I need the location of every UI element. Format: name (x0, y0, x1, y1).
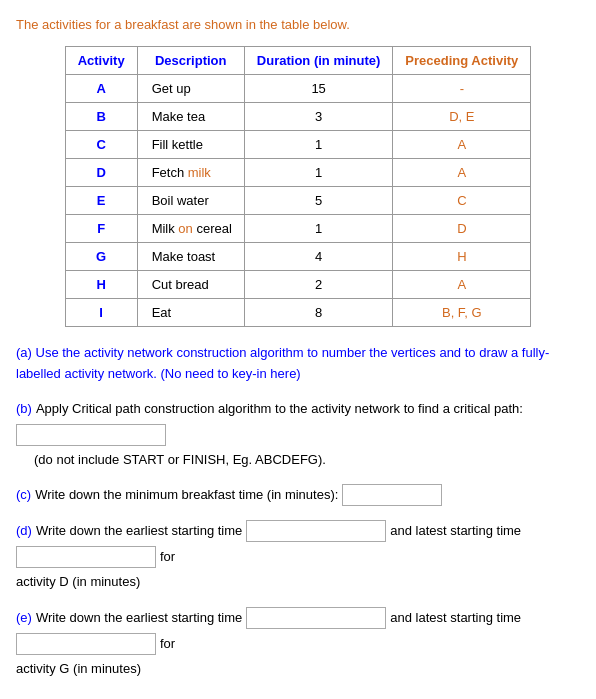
table-row: HCut bread2A (65, 271, 531, 299)
cell-preceding: D (393, 215, 531, 243)
cell-duration: 5 (244, 187, 393, 215)
cell-activity: A (65, 75, 137, 103)
activity-table: Activity Description Duration (in minute… (65, 46, 532, 327)
question-c: (c) Write down the minimum breakfast tim… (16, 484, 580, 506)
cell-activity: C (65, 131, 137, 159)
cell-description: Get up (137, 75, 244, 103)
q-b-input[interactable] (16, 424, 166, 446)
table-row: GMake toast4H (65, 243, 531, 271)
q-e-text1: Write down the earliest starting time (36, 608, 242, 629)
cell-preceding: A (393, 131, 531, 159)
question-e: (e) Write down the earliest starting tim… (16, 607, 580, 680)
cell-description: Cut bread (137, 271, 244, 299)
cell-duration: 1 (244, 131, 393, 159)
table-row: AGet up15- (65, 75, 531, 103)
cell-duration: 3 (244, 103, 393, 131)
cell-duration: 1 (244, 215, 393, 243)
q-e-earliest-input[interactable] (246, 607, 386, 629)
q-d-latest-input[interactable] (16, 546, 156, 568)
cell-activity: D (65, 159, 137, 187)
cell-duration: 2 (244, 271, 393, 299)
cell-activity: B (65, 103, 137, 131)
cell-activity: F (65, 215, 137, 243)
cell-preceding: D, E (393, 103, 531, 131)
q-b-hint: (do not include START or FINISH, Eg. ABC… (16, 450, 580, 471)
q-d-earliest-input[interactable] (246, 520, 386, 542)
cell-preceding: H (393, 243, 531, 271)
table-row: BMake tea3D, E (65, 103, 531, 131)
q-a-label: (a) (16, 345, 32, 360)
question-d: (d) Write down the earliest starting tim… (16, 520, 580, 593)
col-header-description: Description (137, 47, 244, 75)
cell-activity: H (65, 271, 137, 299)
table-row: CFill kettle1A (65, 131, 531, 159)
question-b: (b) Apply Critical path construction alg… (16, 399, 580, 471)
table-row: IEat8B, F, G (65, 299, 531, 327)
cell-preceding: A (393, 159, 531, 187)
cell-activity: E (65, 187, 137, 215)
intro-text: The activities for a breakfast are shown… (16, 16, 580, 34)
q-d-activity-label: activity D (in minutes) (16, 572, 580, 593)
cell-preceding: B, F, G (393, 299, 531, 327)
cell-description: Eat (137, 299, 244, 327)
cell-description: Make tea (137, 103, 244, 131)
q-e-label: (e) (16, 608, 32, 629)
cell-description: Milk on cereal (137, 215, 244, 243)
q-c-label: (c) (16, 485, 31, 506)
q-c-text: Write down the minimum breakfast time (i… (35, 485, 338, 506)
cell-duration: 15 (244, 75, 393, 103)
cell-preceding: A (393, 271, 531, 299)
cell-activity: I (65, 299, 137, 327)
col-header-preceding: Preceding Activity (393, 47, 531, 75)
cell-description: Make toast (137, 243, 244, 271)
question-a: (a) Use the activity network constructio… (16, 343, 580, 385)
q-e-text3: for (160, 634, 175, 655)
cell-duration: 4 (244, 243, 393, 271)
q-b-text1: Apply Critical path construction algorit… (36, 399, 523, 420)
table-row: FMilk on cereal1D (65, 215, 531, 243)
q-d-text3: for (160, 547, 175, 568)
cell-duration: 1 (244, 159, 393, 187)
q-b-label: (b) (16, 399, 32, 420)
q-d-text2: and latest starting time (390, 521, 521, 542)
col-header-activity: Activity (65, 47, 137, 75)
col-header-duration: Duration (in minute) (244, 47, 393, 75)
q-e-activity-label: activity G (in minutes) (16, 659, 580, 680)
q-e-text2: and latest starting time (390, 608, 521, 629)
q-e-latest-input[interactable] (16, 633, 156, 655)
cell-description: Fetch milk (137, 159, 244, 187)
cell-activity: G (65, 243, 137, 271)
q-d-label: (d) (16, 521, 32, 542)
cell-duration: 8 (244, 299, 393, 327)
q-d-text1: Write down the earliest starting time (36, 521, 242, 542)
cell-preceding: - (393, 75, 531, 103)
table-row: DFetch milk1A (65, 159, 531, 187)
cell-preceding: C (393, 187, 531, 215)
table-row: EBoil water5C (65, 187, 531, 215)
q-a-text: Use the activity network construction al… (16, 345, 549, 381)
cell-description: Boil water (137, 187, 244, 215)
q-c-input[interactable] (342, 484, 442, 506)
cell-description: Fill kettle (137, 131, 244, 159)
